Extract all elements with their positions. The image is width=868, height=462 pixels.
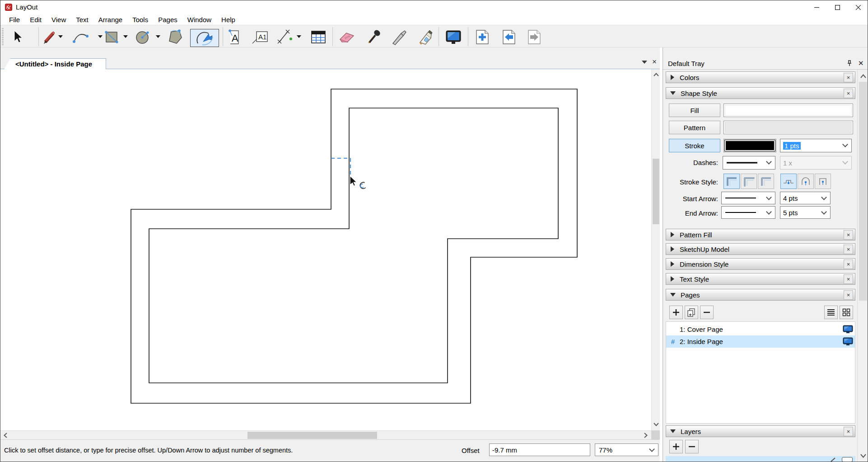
section-layers-close[interactable]: × — [844, 427, 853, 436]
tray-close-icon[interactable]: ✕ — [858, 59, 864, 67]
minimize-button[interactable] — [806, 0, 827, 14]
add-page-button[interactable] — [473, 28, 491, 46]
menu-pages[interactable]: Pages — [153, 15, 182, 24]
dimension-tool-button[interactable] — [276, 28, 294, 46]
scroll-right-icon[interactable] — [642, 432, 649, 438]
section-text-style-close[interactable]: × — [844, 274, 853, 284]
end-arrow-size-combo[interactable]: 5 pts — [780, 206, 831, 219]
join-round-button[interactable] — [741, 174, 757, 189]
layer-row[interactable] — [666, 456, 855, 462]
delete-page-button[interactable] — [700, 306, 714, 319]
close-button[interactable] — [848, 0, 868, 14]
table-tool-button[interactable] — [309, 28, 327, 46]
arc-dropdown-caret[interactable] — [98, 35, 103, 38]
dimension-dropdown-caret[interactable] — [297, 35, 301, 38]
rectangle-dropdown-caret[interactable] — [123, 35, 128, 38]
eraser-tool-button[interactable]: pink — [337, 28, 355, 46]
pattern-button[interactable]: Pattern — [669, 121, 720, 134]
cap-round-button[interactable] — [798, 174, 814, 189]
section-pattern-fill[interactable]: Pattern Fill × — [666, 229, 855, 240]
stroke-button[interactable]: Stroke — [669, 139, 720, 152]
section-pages-close[interactable]: × — [844, 290, 853, 300]
tab-list-caret[interactable] — [642, 61, 647, 64]
section-layers[interactable]: Layers × — [666, 425, 855, 437]
section-shape-style[interactable]: Shape Style × — [666, 87, 855, 99]
join-miter-button[interactable] — [723, 174, 740, 189]
presentation-tool-button[interactable] — [444, 28, 462, 46]
section-dimension-style-close[interactable]: × — [844, 259, 853, 269]
eyedropper-tool-button[interactable] — [365, 28, 383, 46]
layer-visibility-icon[interactable] — [842, 457, 853, 462]
vertical-scroll-thumb[interactable] — [653, 159, 659, 224]
menu-tools[interactable]: Tools — [127, 15, 153, 24]
menu-arrange[interactable]: Arrange — [93, 15, 127, 24]
scroll-down-icon[interactable] — [859, 453, 867, 459]
horizontal-scroll-thumb[interactable] — [247, 432, 377, 439]
document-close-icon[interactable]: × — [652, 57, 657, 66]
document-tab[interactable]: <Untitled> - Inside Page — [4, 58, 106, 69]
knife-tool-button[interactable] — [391, 28, 409, 46]
page-list-view-button[interactable] — [824, 306, 838, 319]
join-bevel-button[interactable] — [758, 174, 774, 189]
end-arrow-combo[interactable] — [721, 206, 775, 219]
menu-text[interactable]: Text — [71, 15, 93, 24]
page-row-cover[interactable]: 1: Cover Page — [666, 323, 855, 335]
presentation-monitor-icon[interactable] — [843, 325, 853, 334]
section-colors-close[interactable]: × — [844, 73, 853, 82]
menu-file[interactable]: File — [4, 15, 25, 24]
next-page-button[interactable] — [525, 28, 543, 46]
pencil-dropdown-caret[interactable] — [58, 35, 63, 38]
pin-icon[interactable] — [846, 60, 853, 67]
arc-tool-button[interactable] — [72, 28, 90, 46]
fill-button[interactable]: Fill — [669, 104, 720, 117]
maximize-button[interactable] — [827, 0, 848, 14]
menu-view[interactable]: View — [47, 15, 71, 24]
scroll-down-icon[interactable] — [653, 421, 659, 428]
scroll-left-icon[interactable] — [2, 432, 9, 438]
polygon-tool-button[interactable] — [166, 28, 184, 46]
scroll-up-icon[interactable] — [653, 71, 659, 78]
section-sketchup-model[interactable]: SketchUp Model × — [666, 243, 855, 255]
pattern-swatch[interactable] — [723, 121, 853, 134]
canvas-vertical-scrollbar[interactable] — [651, 69, 660, 430]
select-tool-button[interactable] — [9, 28, 27, 46]
circle-dropdown-caret[interactable] — [156, 35, 160, 38]
glue-tool-button[interactable] — [415, 28, 434, 46]
stroke-width-combo[interactable]: 1 pts — [780, 139, 852, 152]
section-text-style[interactable]: Text Style × — [666, 273, 855, 285]
label-tool-button[interactable]: A1 — [251, 28, 269, 46]
section-pages[interactable]: Pages × — [666, 289, 855, 301]
menu-edit[interactable]: Edit — [25, 15, 47, 24]
toolbar-grip[interactable] — [2, 28, 4, 45]
text-tool-button[interactable]: A — [224, 28, 243, 46]
section-shape-style-close[interactable]: × — [844, 89, 853, 98]
section-colors[interactable]: Colors × — [666, 71, 855, 83]
section-dimension-style[interactable]: Dimension Style × — [666, 258, 855, 270]
tray-scrollbar[interactable] — [857, 70, 868, 462]
cap-butt-button[interactable] — [780, 174, 797, 189]
section-pattern-fill-close[interactable]: × — [844, 230, 853, 240]
add-layer-button[interactable] — [669, 440, 683, 453]
drawing-canvas[interactable] — [0, 69, 651, 430]
page-grid-view-button[interactable] — [840, 306, 853, 319]
fill-swatch[interactable] — [723, 104, 853, 117]
delete-layer-button[interactable] — [685, 440, 699, 453]
cap-square-button[interactable] — [815, 174, 831, 189]
presentation-monitor-icon[interactable] — [843, 337, 853, 346]
duplicate-page-button[interactable] — [685, 306, 698, 319]
start-arrow-combo[interactable] — [721, 192, 775, 204]
add-page-list-button[interactable] — [669, 306, 683, 319]
menu-window[interactable]: Window — [182, 15, 216, 24]
dashes-combo[interactable] — [723, 156, 775, 170]
offset-tool-button[interactable] — [190, 29, 219, 47]
start-arrow-size-combo[interactable]: 4 pts — [780, 192, 831, 204]
stroke-color-swatch[interactable] — [723, 139, 776, 152]
canvas-horizontal-scrollbar[interactable] — [0, 430, 651, 439]
previous-page-button[interactable] — [500, 28, 518, 46]
page-row-inside[interactable]: # 2: Inside Page — [666, 335, 855, 348]
circle-tool-button[interactable] — [134, 28, 152, 46]
tray-scroll-thumb[interactable] — [859, 82, 867, 301]
menu-help[interactable]: Help — [216, 15, 240, 24]
rectangle-tool-button[interactable] — [103, 28, 121, 46]
offset-input[interactable] — [489, 443, 590, 456]
